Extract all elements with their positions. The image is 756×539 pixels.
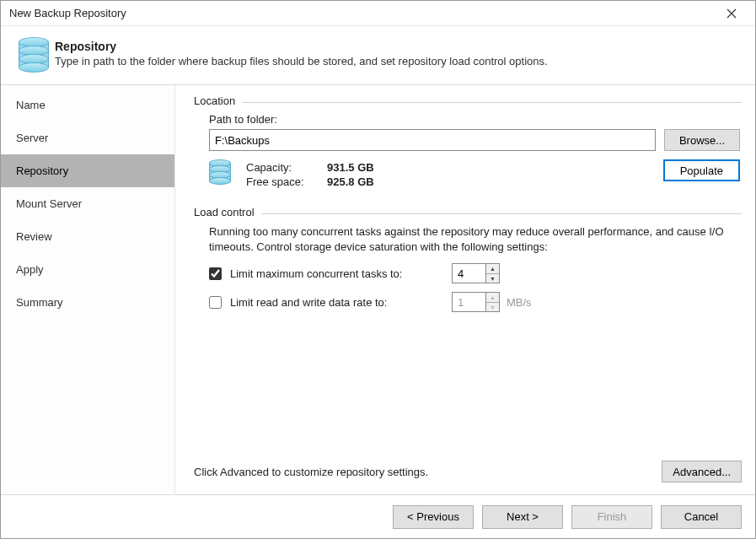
sidebar-item-review[interactable]: Review	[1, 220, 174, 253]
limit-rate-label: Limit read and write data rate to:	[230, 296, 445, 309]
title-bar: New Backup Repository	[1, 1, 755, 26]
advanced-button[interactable]: Advanced...	[662, 461, 742, 482]
limit-rate-checkbox[interactable]	[209, 296, 222, 309]
capacity-value: 931.5 GB	[327, 161, 374, 174]
free-space-label: Free space:	[246, 175, 322, 188]
limit-tasks-spinner[interactable]: ▲ ▼	[452, 263, 500, 283]
limit-tasks-value[interactable]	[452, 263, 485, 283]
browse-button[interactable]: Browse...	[664, 129, 740, 151]
sidebar-item-repository[interactable]: Repository	[1, 154, 174, 187]
window-title: New Backup Repository	[9, 7, 715, 19]
repository-icon	[13, 37, 55, 71]
sidebar-item-mount-server[interactable]: Mount Server	[1, 187, 174, 220]
header-subtitle: Type in path to the folder where backup …	[55, 55, 548, 67]
capacity-stats: Capacity: 931.5 GB Free space: 925.8 GB	[246, 159, 374, 190]
load-control-group: Load control Running too many concurrent…	[194, 213, 742, 317]
sidebar-item-apply[interactable]: Apply	[1, 253, 174, 286]
limit-rate-value[interactable]	[452, 292, 485, 312]
close-icon[interactable]	[715, 2, 748, 25]
limit-tasks-label: Limit maximum concurrent tasks to:	[230, 267, 445, 280]
load-control-legend: Load control	[194, 206, 261, 218]
path-input[interactable]	[209, 129, 656, 151]
advanced-hint: Click Advanced to customize repository s…	[194, 466, 428, 478]
spin-up-icon[interactable]: ▲	[486, 293, 499, 303]
free-space-value: 925.8 GB	[327, 175, 374, 188]
path-label: Path to folder:	[209, 113, 740, 126]
sidebar-item-name[interactable]: Name	[1, 89, 174, 121]
load-control-description: Running too many concurrent tasks agains…	[209, 224, 740, 255]
disk-icon	[209, 159, 231, 185]
spin-up-icon[interactable]: ▲	[486, 264, 499, 274]
wizard-header: Repository Type in path to the folder wh…	[1, 26, 755, 85]
cancel-button[interactable]: Cancel	[661, 505, 742, 529]
header-title: Repository	[55, 40, 548, 53]
limit-rate-spinner[interactable]: ▲ ▼	[452, 292, 500, 312]
sidebar-item-server[interactable]: Server	[1, 121, 174, 154]
sidebar-item-summary[interactable]: Summary	[1, 286, 174, 319]
limit-tasks-checkbox[interactable]	[209, 267, 222, 280]
finish-button[interactable]: Finish	[571, 505, 652, 529]
populate-button[interactable]: Populate	[663, 159, 740, 181]
rate-unit: MB/s	[507, 296, 532, 309]
capacity-label: Capacity:	[246, 161, 322, 174]
location-legend: Location	[194, 94, 242, 107]
location-group: Location Path to folder: Browse...	[194, 102, 742, 195]
spin-down-icon[interactable]: ▼	[486, 274, 499, 283]
wizard-footer: < Previous Next > Finish Cancel	[1, 494, 755, 538]
next-button[interactable]: Next >	[482, 505, 563, 529]
previous-button[interactable]: < Previous	[393, 505, 474, 529]
wizard-steps-sidebar: Name Server Repository Mount Server Revi…	[1, 85, 175, 494]
spin-down-icon[interactable]: ▼	[486, 303, 499, 312]
